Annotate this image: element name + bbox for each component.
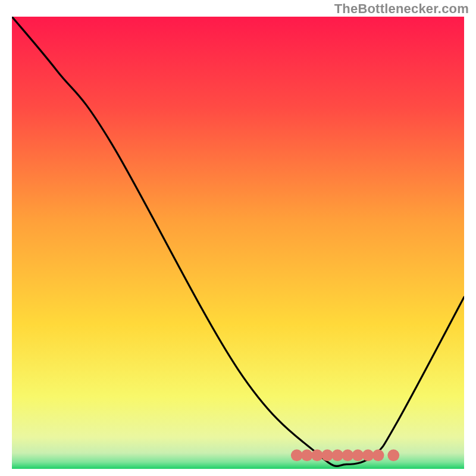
svg-point-1 <box>301 449 313 461</box>
attribution-text: TheBottlenecker.com <box>334 1 469 17</box>
svg-point-6 <box>352 449 364 461</box>
gradient-background <box>12 17 464 469</box>
plot-area <box>12 17 464 469</box>
svg-point-0 <box>291 449 303 461</box>
svg-point-9 <box>387 449 399 461</box>
svg-point-7 <box>362 449 374 461</box>
svg-point-8 <box>372 449 384 461</box>
svg-point-4 <box>331 449 343 461</box>
svg-point-2 <box>311 449 323 461</box>
svg-point-5 <box>342 449 353 461</box>
chart-svg <box>12 17 464 469</box>
chart-container: TheBottlenecker.com <box>0 0 476 476</box>
svg-point-3 <box>321 449 333 461</box>
